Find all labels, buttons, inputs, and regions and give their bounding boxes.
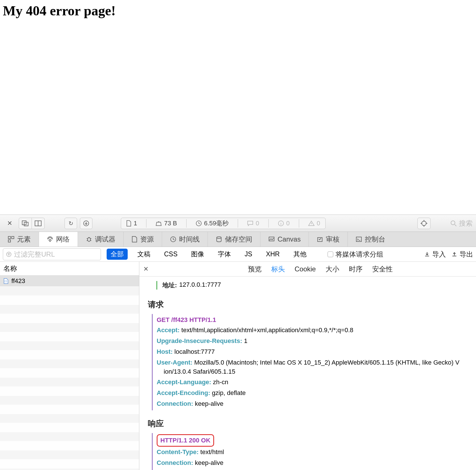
header-row: Connection: keep-alive bbox=[157, 457, 467, 468]
header-value: text/html,application/xhtml+xml,applicat… bbox=[181, 326, 353, 334]
elements-icon bbox=[8, 236, 14, 242]
list-stripe bbox=[0, 332, 139, 341]
header-row: Upgrade-Insecure-Requests: 1 bbox=[157, 336, 467, 346]
search-input[interactable]: 搜索 bbox=[448, 219, 473, 228]
tab-network[interactable]: 网络 bbox=[39, 232, 78, 247]
document-icon bbox=[126, 220, 131, 226]
tab-label: 资源 bbox=[140, 235, 154, 244]
header-key: Accept-Encoding: bbox=[157, 389, 210, 396]
tab-label: 控制台 bbox=[365, 235, 385, 244]
tab-resources[interactable]: 资源 bbox=[124, 232, 162, 247]
filter-type-all[interactable]: 全部 bbox=[107, 249, 128, 260]
highlight-box: HTTP/1.1 200 OK bbox=[157, 434, 214, 447]
dock-window-icon[interactable] bbox=[19, 218, 32, 229]
audit-icon bbox=[317, 236, 323, 242]
header-value: text/html bbox=[200, 448, 224, 456]
svg-rect-19 bbox=[8, 240, 11, 242]
url-filter-input[interactable]: 过滤完整URL bbox=[3, 248, 101, 260]
svg-rect-18 bbox=[12, 236, 14, 239]
filter-type-doc[interactable]: 文稿 bbox=[133, 249, 154, 260]
tab-storage[interactable]: 储存空间 bbox=[208, 232, 260, 247]
devtools-panel: ✕ ↻ 1 bbox=[0, 215, 476, 470]
tab-audit[interactable]: 审核 bbox=[309, 232, 348, 247]
list-stripe bbox=[0, 387, 139, 396]
tab-debugger[interactable]: 调试器 bbox=[78, 232, 124, 247]
header-value: gzip, deflate bbox=[212, 389, 246, 396]
debugger-icon bbox=[86, 236, 92, 242]
export-label: 导出 bbox=[460, 250, 473, 259]
header-value: keep-alive bbox=[195, 400, 223, 407]
filter-type-other[interactable]: 其他 bbox=[289, 249, 311, 260]
tab-label: 储存空间 bbox=[225, 235, 252, 244]
header-row: Host: localhost:7777 bbox=[157, 346, 467, 357]
dock-side-icon[interactable] bbox=[32, 218, 45, 229]
import-label: 导入 bbox=[432, 250, 446, 259]
log-count-chip: 0 bbox=[246, 220, 260, 227]
list-item[interactable]: ff423 bbox=[0, 276, 139, 287]
main-tabbar: 元素 网络 调试器 资源 时间线 储存空间 Canvas 审核 bbox=[0, 232, 476, 247]
subtab-headers[interactable]: 标头 bbox=[270, 263, 286, 275]
list-stripe bbox=[0, 423, 139, 432]
filter-type-js[interactable]: JS bbox=[241, 249, 256, 259]
page-body: My 404 error page! bbox=[0, 0, 476, 215]
list-stripe bbox=[0, 350, 139, 359]
header-value: keep-alive bbox=[195, 459, 223, 466]
list-stripe bbox=[0, 378, 139, 387]
list-stripe bbox=[0, 414, 139, 423]
export-button[interactable]: 导出 bbox=[452, 250, 473, 259]
list-stripe bbox=[0, 450, 139, 459]
tab-label: 调试器 bbox=[95, 235, 115, 244]
subtab-size[interactable]: 大小 bbox=[324, 263, 340, 275]
list-item-name: ff423 bbox=[11, 277, 25, 285]
download-circle-icon[interactable] bbox=[80, 218, 92, 229]
header-row: Content-Type: text/html bbox=[157, 447, 467, 457]
target-icon[interactable] bbox=[417, 218, 431, 229]
weight-icon bbox=[156, 221, 162, 226]
header-row: Accept: text/html,application/xhtml+xml,… bbox=[157, 325, 467, 336]
header-row: Connection: keep-alive bbox=[157, 398, 467, 409]
svg-line-26 bbox=[88, 237, 89, 238]
detail-panel: ✕ 预览 标头 Cookie 大小 时序 安全性 地址: 127.0.0.1:7… bbox=[139, 262, 476, 470]
close-icon[interactable]: ✕ bbox=[3, 218, 16, 229]
filter-type-img[interactable]: 图像 bbox=[187, 249, 208, 260]
download-icon bbox=[424, 251, 430, 257]
list-stripe bbox=[0, 469, 139, 470]
tab-elements[interactable]: 元素 bbox=[0, 232, 39, 247]
list-stripe bbox=[0, 323, 139, 332]
header-key: User-Agent: bbox=[157, 359, 193, 366]
header-key: Accept: bbox=[157, 326, 180, 334]
network-icon bbox=[47, 236, 53, 242]
group-media-checkbox[interactable]: 将媒体请求分组 bbox=[328, 250, 383, 259]
subtab-preview[interactable]: 预览 bbox=[247, 263, 263, 275]
filter-type-xhr[interactable]: XHR bbox=[262, 249, 284, 259]
tab-canvas[interactable]: Canvas bbox=[260, 232, 309, 247]
subtab-security[interactable]: 安全性 bbox=[371, 263, 394, 275]
tab-console[interactable]: 控制台 bbox=[348, 232, 393, 247]
request-section-title: 请求 bbox=[148, 299, 467, 310]
list-stripe bbox=[0, 341, 139, 350]
import-button[interactable]: 导入 bbox=[424, 250, 446, 259]
size-chip: 73 B bbox=[154, 220, 178, 227]
filter-type-css[interactable]: CSS bbox=[160, 249, 181, 259]
subtab-timing[interactable]: 时序 bbox=[348, 263, 364, 275]
list-stripe bbox=[0, 369, 139, 378]
reload-icon[interactable]: ↻ bbox=[65, 218, 77, 229]
devtools-toolbar: ✕ ↻ 1 bbox=[0, 215, 476, 232]
filter-bar: 过滤完整URL 全部 文稿 CSS 图像 字体 JS XHR 其他 将媒体请求分… bbox=[0, 247, 476, 262]
detail-tabbar: ✕ 预览 标头 Cookie 大小 时序 安全性 bbox=[139, 262, 476, 276]
filter-type-font[interactable]: 字体 bbox=[214, 249, 235, 260]
header-row: Accept-Language: zh-cn bbox=[157, 377, 467, 388]
tab-label: Canvas bbox=[278, 235, 301, 243]
checkbox-icon bbox=[328, 251, 333, 257]
response-status-line: HTTP/1.1 200 OK bbox=[160, 436, 210, 445]
list-stripe bbox=[0, 305, 139, 314]
request-line: GET /ff423 HTTP/1.1 bbox=[157, 315, 467, 325]
time-value: 6.59毫秒 bbox=[204, 219, 229, 228]
close-detail-icon[interactable]: ✕ bbox=[143, 265, 148, 273]
subtab-cookie[interactable]: Cookie bbox=[293, 263, 317, 275]
detail-body[interactable]: 地址: 127.0.0.1:7777 请求 GET /ff423 HTTP/1.… bbox=[139, 276, 476, 470]
list-header-name[interactable]: 名称 bbox=[0, 262, 139, 276]
list-stripe bbox=[0, 459, 139, 469]
warn-count-value: 0 bbox=[317, 220, 320, 227]
tab-timeline[interactable]: 时间线 bbox=[162, 232, 208, 247]
